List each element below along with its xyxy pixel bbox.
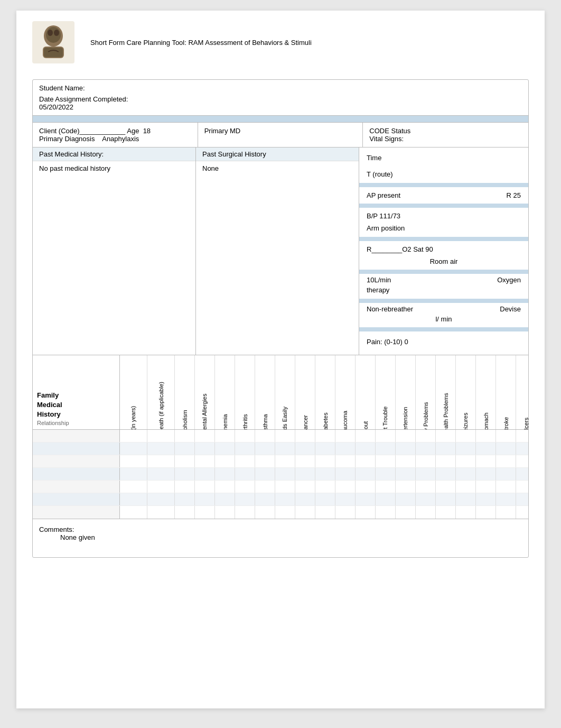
fmh-col-alcoholism: Alcoholism: [175, 355, 195, 429]
fmh-col-age-label: Age (in years): [130, 406, 137, 429]
svg-point-3: [48, 30, 53, 36]
fmh-left-header: FamilyMedicalHistory Relationship: [33, 355, 120, 429]
main-box: Student Name: Date Assignment Completed:…: [32, 79, 529, 558]
logo: [32, 21, 74, 63]
client-info-row: Client (Code)____________ Age 18 Primary…: [33, 123, 528, 148]
o2-value: Oxygen: [497, 276, 521, 284]
fmh-col-age: Age (in years): [120, 355, 147, 429]
fmh-col-stomach: Stomach: [476, 355, 496, 429]
short-form-label: Short Form Care Planning Tool:: [90, 39, 186, 47]
fmh-col-cancer-label: Cancer: [302, 414, 308, 429]
fmh-col-arthritis: Arthritis: [235, 355, 255, 429]
blue-separator-1: [33, 116, 528, 123]
time-line: Time: [367, 152, 521, 164]
past-surgical-value: None: [196, 161, 359, 177]
date-row: Date Assignment Completed: 05/20/2022: [39, 95, 522, 111]
fmh-col-asthma: Asthma: [255, 355, 275, 429]
r-o2-line: R________O2 Sat 90: [367, 243, 521, 255]
fmh-col-gout-label: Gout: [362, 414, 369, 429]
fmh-data-rows: [33, 430, 528, 519]
fmh-col-diabetes-label: Diabetes: [322, 412, 329, 429]
past-medical-col: Past Medical History: No past medical hi…: [33, 148, 196, 355]
fmh-col-seizures: Seizures: [456, 355, 476, 429]
vital-signs-label: Vital Signs:: [369, 135, 522, 143]
vitals-col: Time T (route) AP present R 25 B/P 111/7…: [359, 148, 528, 355]
pain-line: Pain: (0-10) 0: [367, 334, 521, 350]
past-surgical-label: Past Surgical History: [196, 148, 359, 161]
fmh-col-stomach-label: Stomach: [483, 412, 489, 429]
fmh-col-glaucoma-label: Glaucoma: [342, 410, 349, 429]
fmh-col-stroke: Stroke: [496, 355, 516, 429]
ap-value: R 25: [507, 191, 521, 199]
client-code-label: Client (Code): [39, 127, 80, 135]
primary-md-cell: Primary MD: [198, 123, 363, 147]
fmh-col-anemia: Anemia: [215, 355, 235, 429]
fmh-row-4: [33, 468, 528, 481]
student-name-row: Student Name:: [39, 84, 522, 92]
fmh-col-arthritis-label: Arthritis: [242, 414, 248, 429]
fmh-col-glaucoma: Glaucoma: [335, 355, 356, 429]
o2-label: 10L/min: [367, 276, 391, 284]
svg-rect-6: [44, 48, 63, 57]
fmh-col-hypertension-label: Hypertension: [403, 407, 409, 429]
bp-line: B/P 111/73: [367, 210, 521, 222]
date-value: 05/20/2022: [39, 103, 73, 111]
fmh-title: FamilyMedicalHistory: [37, 391, 115, 420]
past-surgical-empty: [196, 177, 359, 283]
header-text: Short Form Care Planning Tool: RAM Asses…: [90, 39, 312, 47]
fmh-col-gout: Gout: [356, 355, 376, 429]
fmh-col-hypertension: Hypertension: [396, 355, 416, 429]
fmh-col-ulcers: Ulcers: [516, 355, 536, 429]
past-surgical-col: Past Surgical History None: [196, 148, 359, 355]
fmh-col-diabetes: Diabetes: [315, 355, 335, 429]
fmh-row-7: [33, 506, 528, 519]
fmh-col-stroke-label: Stroke: [503, 414, 509, 429]
fmh-row-3: [33, 455, 528, 468]
l-min-line: l/ min: [367, 313, 521, 325]
header: Short Form Care Planning Tool: RAM Asses…: [32, 21, 529, 69]
past-medical-value: No past medical history: [33, 161, 195, 177]
devise-label: Devise: [500, 305, 521, 313]
fmh-col-cause-label: Cause of Death (if applicable): [158, 390, 164, 429]
fmh-col-cause: Cause of Death (if applicable): [147, 355, 175, 429]
fmh-col-env-allergies: Environmental Allergies: [195, 355, 215, 429]
o2-line: 10L/min Oxygen: [367, 276, 521, 284]
ap-label: AP present: [367, 191, 400, 199]
client-code-cell: Client (Code)____________ Age 18 Primary…: [33, 123, 198, 147]
comments-row: Comments: None given: [39, 526, 522, 541]
fmh-col-heart-label: Heart Trouble: [382, 406, 389, 429]
fmh-row-1: [33, 430, 528, 443]
fmh-col-bleeds-label: Bleeds Easily: [282, 406, 288, 429]
fmh-col-env-allergies-label: Environmental Allergies: [202, 393, 208, 429]
medical-vitals-section: Past Medical History: No past medical hi…: [33, 148, 528, 355]
client-diagnosis-line: Primary Diagnosis Anaphylaxis: [39, 135, 191, 143]
svg-point-2: [46, 27, 61, 43]
t-route-line: T (route): [367, 168, 521, 180]
fmh-row-6: [33, 493, 528, 506]
fmh-col-kidney-label: Kidney Problems: [423, 402, 429, 429]
primary-diagnosis-value: Anaphylaxis: [102, 135, 139, 143]
svg-point-4: [54, 30, 59, 36]
primary-diagnosis-label: Primary Diagnosis: [39, 135, 95, 143]
date-label: Date Assignment Completed:: [39, 95, 128, 103]
client-code-line: Client (Code)____________ Age 18: [39, 127, 191, 135]
fmh-col-cancer: Cancer: [295, 355, 315, 429]
fmh-col-alcoholism-label: Alcoholism: [182, 410, 188, 429]
past-medical-label: Past Medical History:: [33, 148, 195, 161]
student-name-label: Student Name:: [39, 84, 85, 92]
fmh-col-kidney: Kidney Problems: [416, 355, 436, 429]
past-medical-empty: [33, 177, 195, 283]
student-section: Student Name: Date Assignment Completed:…: [33, 80, 528, 116]
fmh-col-seizures-label: Seizures: [463, 412, 469, 429]
fmh-col-heart: Heart Trouble: [376, 355, 396, 429]
fmh-col-mental: Mental Health Problems: [436, 355, 456, 429]
ram-label: RAM Assessment of Behaviors & Stimuli: [188, 39, 311, 47]
comments-value: None given: [39, 533, 95, 541]
comments-label: Comments:: [39, 526, 74, 533]
non-rebreather-label: Non-rebreather: [367, 305, 413, 313]
code-status-cell: CODE Status Vital Signs:: [363, 123, 528, 147]
fmh-section: FamilyMedicalHistory Relationship Age (i…: [33, 355, 528, 519]
code-status-label: CODE Status: [369, 127, 522, 135]
client-age-value: 18: [143, 127, 151, 135]
fmh-col-anemia-label: Anemia: [222, 414, 228, 429]
